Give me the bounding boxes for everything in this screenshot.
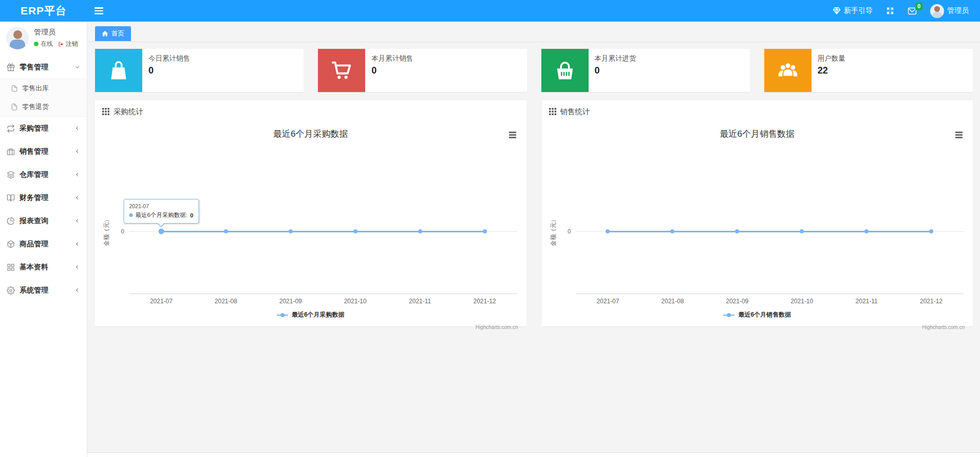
x-axis-tick-label: 2021-12	[474, 298, 496, 305]
logout-icon	[58, 41, 64, 47]
data-point-marker[interactable]	[929, 229, 933, 233]
chart-title: 最近6个月采购数据	[95, 128, 526, 140]
messages-button[interactable]: 0	[908, 7, 917, 15]
data-point-marker[interactable]	[670, 229, 674, 233]
legend-line-marker-icon	[277, 313, 288, 318]
sidebar-user-panel: 管理员 在线 注销	[0, 22, 87, 56]
chevron-left-icon	[74, 241, 80, 247]
chart-legend-item[interactable]: 最近6个月销售数据	[542, 310, 973, 319]
navbar-username: 管理员	[947, 6, 969, 15]
stat-card-value: 0	[148, 65, 190, 76]
x-axis-tick-label: 2021-08	[215, 298, 237, 305]
avatar	[6, 27, 29, 49]
data-point-marker[interactable]	[289, 229, 293, 233]
sidebar-item-warehouse[interactable]: 仓库管理	[0, 163, 87, 186]
sidebar-item-retail[interactable]: 零售管理	[0, 56, 87, 79]
grid-icon	[7, 263, 15, 271]
stat-card-label: 今日累计销售	[148, 54, 190, 63]
briefcase-icon	[7, 148, 15, 156]
sales-chart: 最近6个月销售数据 金额（元） 0 2021-07	[542, 123, 973, 330]
chevron-left-icon	[74, 287, 80, 293]
users-icon	[776, 59, 800, 82]
data-point-marker[interactable]	[800, 229, 804, 233]
data-point-marker[interactable]	[224, 229, 228, 233]
sidebar: 管理员 在线 注销	[0, 22, 87, 457]
x-axis-tick-label: 2021-07	[596, 298, 619, 305]
sidebar-item-system[interactable]: 系统管理	[0, 279, 87, 302]
data-point-marker[interactable]	[735, 229, 739, 233]
stat-card-month-purchases: 本月累计进货 0	[541, 49, 750, 92]
guide-link[interactable]: 新手引导	[833, 6, 873, 15]
chart-menu-button[interactable]	[954, 130, 964, 140]
tooltip-value: 0	[190, 212, 193, 218]
chart-legend-item[interactable]: 最近6个月采购数据	[95, 310, 526, 319]
chevron-left-icon	[74, 264, 80, 270]
chart-tooltip: 2021-07 最近6个月采购数据: 0	[123, 199, 199, 224]
stat-card-user-count: 用户数量 22	[764, 49, 973, 92]
series-color-dot	[129, 213, 133, 217]
logout-link[interactable]: 注销	[58, 40, 78, 48]
app-brand[interactable]: ERP平台	[0, 4, 87, 18]
stat-card-label: 用户数量	[818, 54, 845, 63]
user-menu[interactable]: 管理员	[930, 4, 969, 18]
th-grid-icon	[549, 108, 556, 115]
gift-icon	[7, 63, 15, 71]
chart-plot-area: 金额（元） 0 2021-07 2021-08 2021-09 202	[576, 160, 964, 294]
data-point-marker[interactable]	[864, 229, 869, 233]
sidebar-item-products[interactable]: 商品管理	[0, 232, 87, 255]
guide-label: 新手引导	[844, 6, 873, 15]
file-icon	[11, 103, 18, 111]
sidebar-item-retail-outbound[interactable]: 零售出库	[0, 79, 87, 98]
chart-credits-link[interactable]: Highcharts.com.cn	[542, 324, 965, 330]
sidebar-item-sales[interactable]: 销售管理	[0, 140, 87, 163]
chart-plot-area: 金额（元） 0 2021-07	[129, 160, 517, 294]
chevron-left-icon	[74, 149, 80, 154]
series-line	[608, 231, 931, 232]
chart-menu-button[interactable]	[507, 130, 518, 140]
sidebar-item-reports[interactable]: 报表查询	[0, 209, 87, 232]
layers-icon	[7, 171, 15, 179]
chart-credits-link[interactable]: Highcharts.com.cn	[95, 324, 518, 330]
retail-submenu: 零售出库 零售退货	[0, 79, 87, 117]
shopping-bag-icon	[107, 59, 130, 82]
tooltip-series-label: 最近6个月采购数据:	[135, 211, 187, 219]
data-point-marker[interactable]	[418, 229, 422, 233]
panel-sales-stats: 销售统计 最近6个月销售数据 金额（元） 0	[542, 100, 973, 326]
panel-title: 采购统计	[114, 107, 143, 117]
x-axis-tick-label: 2021-07	[150, 298, 173, 305]
data-point-marker[interactable]	[606, 229, 610, 233]
data-point-marker[interactable]	[483, 229, 487, 233]
stat-card-label: 本月累计销售	[371, 54, 413, 63]
data-point-marker[interactable]	[353, 229, 357, 233]
fullscreen-button[interactable]	[886, 7, 894, 15]
chart-panels-row: 采购统计 最近6个月采购数据 金额（元） 0	[87, 92, 980, 326]
legend-label: 最近6个月采购数据	[292, 310, 345, 319]
panel-purchase-stats: 采购统计 最近6个月采购数据 金额（元） 0	[95, 100, 526, 326]
sidebar-item-finance[interactable]: 财务管理	[0, 186, 87, 209]
book-icon	[7, 194, 15, 202]
stat-card-month-sales: 本月累计销售 0	[318, 49, 526, 92]
legend-label: 最近6个月销售数据	[738, 310, 791, 319]
x-axis-tick-label: 2021-08	[661, 298, 684, 305]
stat-card-today-sales: 今日累计销售 0	[95, 49, 304, 92]
sidebar-item-basic-data[interactable]: 基本资料	[0, 255, 87, 279]
series-line	[161, 231, 485, 232]
chevron-left-icon	[74, 172, 80, 177]
sidebar-item-retail-return[interactable]: 零售退货	[0, 98, 87, 116]
tab-bar: 首页	[87, 22, 980, 42]
box-icon	[7, 240, 15, 248]
stat-card-value: 22	[818, 65, 845, 76]
sidebar-toggle-button[interactable]	[95, 7, 103, 14]
y-axis-tick-label: 0	[568, 228, 571, 234]
y-axis-tick-label: 0	[121, 228, 124, 234]
tab-home[interactable]: 首页	[95, 26, 131, 41]
x-axis-tick-label: 2021-11	[856, 298, 878, 305]
navbar-avatar	[930, 4, 944, 18]
message-count-badge: 0	[915, 3, 922, 10]
shopping-cart-icon	[330, 59, 353, 82]
online-status-label: 在线	[41, 40, 53, 48]
chevron-left-icon	[74, 195, 80, 200]
sidebar-item-purchase[interactable]: 采购管理	[0, 117, 87, 140]
stat-cards-row: 今日累计销售 0 本月累计销售 0	[87, 42, 980, 92]
shopping-basket-icon	[553, 59, 577, 82]
